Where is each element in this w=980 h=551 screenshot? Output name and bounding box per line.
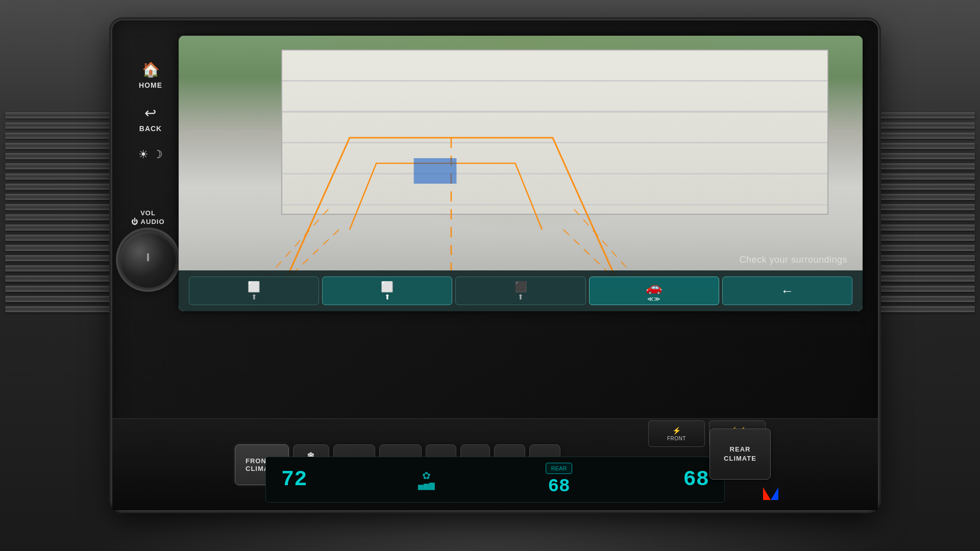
blue-accent-indicator: [771, 487, 778, 500]
rear-climate-label: REAR CLIMATE: [724, 445, 756, 463]
left-panel: 🏠 HOME ↩ BACK ☀ ☽: [128, 61, 174, 161]
check-surroundings-text: Check your surroundings: [739, 255, 847, 265]
brightness-moon-icon: ☽: [153, 148, 163, 161]
camera-view-1[interactable]: ⬜ ⬆: [189, 277, 319, 305]
camera-back-icon: ←: [780, 283, 794, 299]
camera-3-sub-icon: ⬆: [518, 293, 524, 301]
screen-container: Check your surroundings ⬜ ⬆ ⬜ ⬆ ⬛ ⬆: [179, 36, 863, 311]
left-temp-display: 72: [281, 467, 307, 492]
right-temp-display: 68: [683, 467, 709, 492]
home-icon: 🏠: [142, 61, 160, 78]
parking-guidelines: [179, 36, 863, 311]
red-accent-indicator: [763, 487, 771, 500]
volume-label: VOL⏻ AUDIO: [131, 209, 164, 227]
rear-climate-button[interactable]: REAR CLIMATE: [709, 429, 771, 480]
front-defrost-icon: ⚡: [672, 427, 681, 435]
surround-arrows-icon: ≪≫: [647, 295, 660, 303]
camera-3-icon: ⬛: [514, 281, 527, 293]
brightness-sun-icon: ☀: [138, 148, 149, 161]
rear-temp-section: REAR 68: [546, 463, 573, 497]
camera-1-sub-icon: ⬆: [251, 293, 257, 301]
svg-rect-5: [414, 158, 457, 184]
front-defrost-button[interactable]: ⚡ FRONT: [648, 420, 705, 447]
volume-section: VOL⏻ AUDIO: [117, 209, 179, 288]
back-icon: ↩: [144, 105, 156, 121]
fan-level-bars: ▅▆▇: [418, 482, 435, 490]
camera-view-4-surround[interactable]: 🚗 ≪≫: [589, 277, 719, 305]
rear-badge: REAR: [546, 463, 573, 474]
back-label: BACK: [139, 124, 162, 133]
back-button[interactable]: ↩ BACK: [139, 105, 162, 133]
surround-car-icon: 🚗: [646, 280, 662, 295]
camera-2-icon: ⬜: [381, 281, 394, 293]
front-defrost-label: FRONT: [667, 436, 686, 441]
volume-knob[interactable]: [120, 232, 176, 288]
home-button[interactable]: 🏠 HOME: [139, 61, 162, 89]
camera-feed: Check your surroundings ⬜ ⬆ ⬜ ⬆ ⬛ ⬆: [179, 36, 863, 311]
camera-back-button[interactable]: ←: [722, 277, 852, 305]
camera-view-2[interactable]: ⬜ ⬆: [322, 277, 452, 305]
infotainment-unit: 🏠 HOME ↩ BACK ☀ ☽ VOL⏻ AUDIO: [112, 20, 878, 510]
camera-view-3[interactable]: ⬛ ⬆: [455, 277, 585, 305]
rear-temp-display: 68: [548, 476, 570, 497]
fan-speed-icon: ✿: [422, 469, 431, 482]
camera-controls-bar: ⬜ ⬆ ⬜ ⬆ ⬛ ⬆ 🚗 ≪≫: [179, 270, 863, 311]
camera-2-sub-icon: ⬆: [384, 293, 390, 301]
car-interior: 🏠 HOME ↩ BACK ☀ ☽ VOL⏻ AUDIO: [0, 0, 980, 551]
home-label: HOME: [139, 81, 162, 89]
camera-1-icon: ⬜: [248, 281, 260, 293]
brightness-button[interactable]: ☀ ☽: [138, 148, 163, 161]
fan-speed-display: ✿ ▅▆▇: [418, 469, 435, 490]
temperature-display: 72 ✿ ▅▆▇ REAR 68 68: [265, 457, 725, 503]
